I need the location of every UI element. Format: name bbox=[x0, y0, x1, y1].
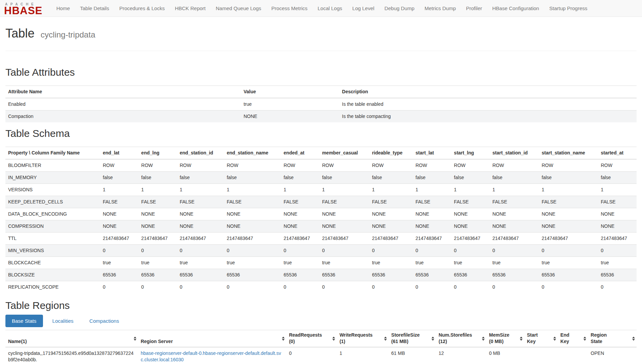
schema-col-start-station-id: start_station_id bbox=[490, 147, 539, 160]
schema-value-cell: 0 bbox=[177, 281, 224, 293]
schema-value-cell: 2147483647 bbox=[451, 233, 490, 245]
schema-value-cell: ROW bbox=[598, 159, 637, 172]
nav-link-metrics-dump[interactable]: Metrics Dump bbox=[420, 0, 461, 17]
regions-col-start-key[interactable]: StartKey bbox=[524, 330, 558, 347]
schema-value-cell: true bbox=[369, 257, 413, 269]
regions-col-memsize-0-mb[interactable]: MemSize(0 MB) bbox=[486, 330, 524, 347]
nav-link-hbase-configuration[interactable]: HBase Configuration bbox=[487, 0, 544, 17]
header-line: WriteRequests bbox=[339, 332, 382, 338]
attribute-row: CompactionNONEIs the table compacting bbox=[5, 111, 637, 123]
schema-table: Property \ Column Family Nameend_latend_… bbox=[5, 147, 637, 293]
tab-link-compactions[interactable]: Compactions bbox=[83, 315, 126, 327]
schema-value-cell: 0 bbox=[281, 245, 319, 257]
regions-col-num-storefiles-12[interactable]: Num.Storefiles(12) bbox=[436, 330, 486, 347]
schema-col-rideable-type: rideable_type bbox=[369, 147, 413, 160]
tab-compactions: Compactions bbox=[83, 315, 126, 327]
schema-value-cell: 0 bbox=[539, 281, 598, 293]
schema-value-cell: ROW bbox=[539, 159, 598, 172]
nav-link-startup-progress[interactable]: Startup Progress bbox=[544, 0, 593, 17]
schema-value-cell: NONE bbox=[598, 208, 637, 220]
nav-link-named-queue-logs[interactable]: Named Queue Logs bbox=[211, 0, 266, 17]
sort-down-arrow bbox=[282, 339, 285, 341]
schema-value-cell: NONE bbox=[281, 208, 319, 220]
regions-col-name-1[interactable]: Name(1) bbox=[5, 330, 138, 347]
schema-value-cell: false bbox=[413, 172, 451, 184]
schema-value-cell: 2147483647 bbox=[281, 233, 319, 245]
schema-row: KEEP_DELETED_CELLSFALSEFALSEFALSEFALSEFA… bbox=[5, 196, 637, 208]
sort-down-arrow bbox=[482, 339, 485, 341]
nav-item-process-metrics: Process Metrics bbox=[266, 0, 313, 17]
header-line: (0 MB) bbox=[489, 338, 517, 345]
nav-link-log-level[interactable]: Log Level bbox=[347, 0, 379, 17]
schema-value-cell: 0 bbox=[138, 281, 177, 293]
header-line: (0) bbox=[289, 338, 330, 345]
nav-link-home[interactable]: Home bbox=[51, 0, 75, 17]
regions-col-region-server[interactable]: Region Server bbox=[138, 330, 286, 347]
header-line: Region Server bbox=[141, 338, 280, 345]
sort-icon bbox=[332, 337, 335, 341]
schema-row: MIN_VERSIONS000000000000 bbox=[5, 245, 637, 257]
schema-value-cell: 1 bbox=[281, 184, 319, 196]
hbase-logo[interactable]: APACHE HBASE bbox=[4, 1, 43, 15]
schema-value-cell: 0 bbox=[369, 281, 413, 293]
regions-col-storefilesize-61-mb[interactable]: StorefileSize(61 MB) bbox=[389, 330, 436, 347]
schema-property-cell: BLOCKSIZE bbox=[5, 269, 100, 281]
schema-value-cell: ROW bbox=[490, 159, 539, 172]
regions-col-writerequests-1[interactable]: WriteRequests(1) bbox=[337, 330, 389, 347]
tab-link-localities[interactable]: Localities bbox=[46, 315, 80, 327]
nav-link-table-details[interactable]: Table Details bbox=[75, 0, 114, 17]
regions-col-region-state[interactable]: RegionState bbox=[588, 330, 637, 347]
nav-link-process-metrics[interactable]: Process Metrics bbox=[266, 0, 313, 17]
schema-value-cell: NONE bbox=[413, 220, 451, 233]
schema-value-cell: 65536 bbox=[177, 269, 224, 281]
schema-value-cell: ROW bbox=[177, 159, 224, 172]
schema-value-cell: false bbox=[451, 172, 490, 184]
nav-link-procedures-locks[interactable]: Procedures & Locks bbox=[114, 0, 170, 17]
schema-value-cell: FALSE bbox=[413, 196, 451, 208]
header-line: Start bbox=[527, 332, 551, 338]
region-end-key-cell bbox=[558, 347, 588, 364]
schema-value-cell: 1 bbox=[319, 184, 369, 196]
nav-link-local-logs[interactable]: Local Logs bbox=[312, 0, 347, 17]
schema-value-cell: NONE bbox=[539, 220, 598, 233]
schema-col-member-casual: member_casual bbox=[319, 147, 369, 160]
schema-value-cell: 65536 bbox=[451, 269, 490, 281]
nav-link-debug-dump[interactable]: Debug Dump bbox=[379, 0, 419, 17]
sort-up-arrow bbox=[583, 337, 586, 338]
schema-value-cell: false bbox=[224, 172, 281, 184]
nav-item-debug-dump: Debug Dump bbox=[379, 0, 419, 17]
regions-col-readrequests-0[interactable]: ReadRequests(0) bbox=[286, 330, 337, 347]
schema-value-cell: 0 bbox=[490, 281, 539, 293]
tab-localities: Localities bbox=[46, 315, 80, 327]
nav-link-profiler[interactable]: Profiler bbox=[461, 0, 487, 17]
schema-row: DATA_BLOCK_ENCODINGNONENONENONENONENONEN… bbox=[5, 208, 637, 220]
schema-value-cell: NONE bbox=[138, 208, 177, 220]
regions-col-end-key[interactable]: EndKey bbox=[558, 330, 588, 347]
sort-icon bbox=[583, 337, 586, 341]
regions-heading: Table Regions bbox=[5, 300, 637, 311]
schema-value-cell: 2147483647 bbox=[177, 233, 224, 245]
schema-property-cell: BLOOMFILTER bbox=[5, 159, 100, 172]
attribute-description-cell: Is the table compacting bbox=[339, 111, 637, 123]
schema-value-cell: true bbox=[451, 257, 490, 269]
schema-value-cell: 65536 bbox=[224, 269, 281, 281]
schema-value-cell: 0 bbox=[490, 245, 539, 257]
schema-value-cell: 0 bbox=[598, 245, 637, 257]
header-line: State bbox=[591, 338, 630, 345]
schema-value-cell: NONE bbox=[598, 220, 637, 233]
schema-value-cell: FALSE bbox=[539, 196, 598, 208]
schema-value-cell: 0 bbox=[138, 245, 177, 257]
schema-property-cell: MIN_VERSIONS bbox=[5, 245, 100, 257]
schema-value-cell: true bbox=[100, 257, 139, 269]
schema-row: IN_MEMORYfalsefalsefalsefalsefalsefalsef… bbox=[5, 172, 637, 184]
schema-col-end-station-name: end_station_name bbox=[224, 147, 281, 160]
nav-link-hbck-report[interactable]: HBCK Report bbox=[170, 0, 211, 17]
schema-value-cell: true bbox=[281, 257, 319, 269]
nav-item-local-logs: Local Logs bbox=[312, 0, 347, 17]
nav-item-hbase-configuration: HBase Configuration bbox=[487, 0, 544, 17]
schema-value-cell: 65536 bbox=[100, 269, 139, 281]
schema-value-cell: 0 bbox=[319, 245, 369, 257]
sort-down-arrow bbox=[431, 339, 434, 341]
tab-link-base-stats[interactable]: Base Stats bbox=[5, 315, 43, 327]
region-server-link[interactable]: hbase-regionserver-default-0.hbase-regio… bbox=[141, 350, 281, 362]
